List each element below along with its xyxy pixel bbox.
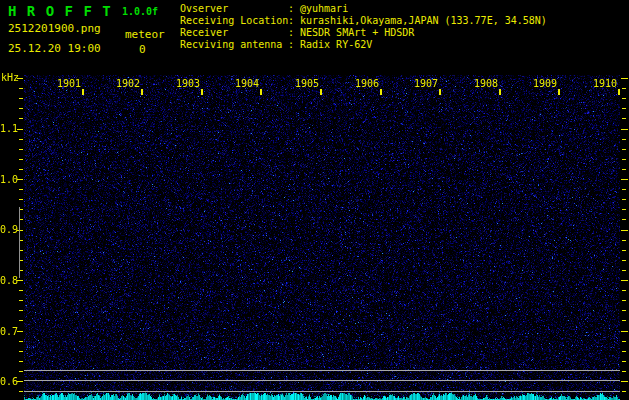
time-label: 1904 bbox=[234, 78, 260, 89]
freq-tick-left-minor bbox=[19, 139, 23, 140]
time-tick bbox=[201, 89, 203, 95]
freq-tick-left-minor bbox=[19, 88, 23, 89]
time-tick bbox=[558, 89, 560, 95]
freq-tick-right-minor bbox=[622, 361, 626, 362]
freq-tick-right-minor bbox=[622, 139, 626, 140]
freq-tick-left-minor bbox=[19, 199, 23, 200]
freq-tick-left-minor bbox=[19, 341, 23, 342]
freq-tick-left-minor bbox=[19, 300, 23, 301]
time-label: 1902 bbox=[115, 78, 141, 89]
meta-colon: : bbox=[288, 3, 296, 15]
freq-tick-label: 0.9 bbox=[0, 224, 17, 235]
time-tick bbox=[82, 89, 84, 95]
meta-label: Receiver bbox=[180, 27, 288, 39]
freq-tick-right-minor bbox=[622, 320, 626, 321]
freq-tick-right-major bbox=[621, 179, 628, 180]
freq-tick-left-minor bbox=[19, 98, 23, 99]
freq-tick-right-minor bbox=[622, 260, 626, 261]
time-label: 1903 bbox=[175, 78, 201, 89]
time-label: 1906 bbox=[354, 78, 380, 89]
meta-value: kurashiki,Okayama,JAPAN (133.77E, 34.58N… bbox=[300, 15, 547, 26]
freq-tick-right-minor bbox=[622, 98, 626, 99]
meta-colon: : bbox=[288, 27, 296, 39]
freq-tick-left-minor bbox=[19, 371, 23, 372]
freq-tick-left-minor bbox=[19, 351, 23, 352]
freq-tick-right-minor bbox=[622, 88, 626, 89]
freq-tick-right-minor bbox=[622, 159, 626, 160]
freq-tick-left-minor bbox=[19, 310, 23, 311]
app-version: 1.0.0f bbox=[122, 6, 158, 17]
meta-label: Recviving antenna bbox=[180, 39, 288, 51]
time-label: 1909 bbox=[532, 78, 558, 89]
freq-axis-unit: kHz bbox=[1, 72, 19, 83]
meta-row: Receiving Location:kurashiki,Okayama,JAP… bbox=[180, 15, 547, 27]
freq-tick-label: 0.6 bbox=[0, 376, 17, 387]
carrier-line bbox=[24, 370, 620, 371]
freq-tick-right-minor bbox=[622, 371, 626, 372]
freq-tick-right-major bbox=[621, 230, 628, 231]
freq-tick-right-minor bbox=[622, 219, 626, 220]
meta-colon: : bbox=[288, 39, 296, 51]
freq-tick-right-minor bbox=[622, 391, 626, 392]
hrofft-screen: H R O F F T 1.0.0f 2512201900.png meteor… bbox=[0, 0, 629, 400]
time-label: 1910 bbox=[592, 78, 618, 89]
freq-tick-right-minor bbox=[622, 240, 626, 241]
freq-tick-left-minor bbox=[19, 159, 23, 160]
carrier-line bbox=[24, 391, 620, 392]
freq-tick-right-minor bbox=[622, 199, 626, 200]
freq-tick-label: 1.1 bbox=[0, 123, 17, 134]
time-label: 1905 bbox=[294, 78, 320, 89]
meta-value: @yuhmari bbox=[300, 3, 348, 14]
meteor-label: meteor bbox=[125, 28, 165, 41]
freq-tick-right-minor bbox=[622, 300, 626, 301]
freq-tick-label: 0.8 bbox=[0, 275, 17, 286]
time-tick bbox=[439, 89, 441, 95]
freq-tick-label: 1.0 bbox=[0, 174, 17, 185]
meta-label: Ovserver bbox=[180, 3, 288, 15]
freq-tick-left-minor bbox=[19, 361, 23, 362]
freq-tick-right-minor bbox=[622, 118, 626, 119]
meta-value: NESDR SMArt + HDSDR bbox=[300, 27, 414, 38]
time-tick bbox=[141, 89, 143, 95]
filename-label: 2512201900.png bbox=[8, 22, 101, 35]
datetime-label: 25.12.20 19:00 bbox=[8, 42, 101, 55]
freq-tick-left-minor bbox=[19, 391, 23, 392]
app-title: H R O F F T bbox=[8, 3, 112, 19]
time-tick bbox=[380, 89, 382, 95]
carrier-line bbox=[24, 380, 620, 381]
meta-row: Recviving antenna:Radix RY-62V bbox=[180, 39, 547, 51]
meteor-count: 0 bbox=[139, 43, 146, 56]
calibration-bar bbox=[19, 207, 20, 278]
freq-tick-right-minor bbox=[622, 209, 626, 210]
freq-tick-right-minor bbox=[622, 290, 626, 291]
time-label: 1907 bbox=[413, 78, 439, 89]
freq-tick-right-major bbox=[621, 129, 628, 130]
freq-tick-left-minor bbox=[19, 189, 23, 190]
freq-tick-left-minor bbox=[19, 290, 23, 291]
freq-tick-right-minor bbox=[622, 149, 626, 150]
freq-tick-right-minor bbox=[622, 169, 626, 170]
freq-tick-right-minor bbox=[622, 270, 626, 271]
meta-value: Radix RY-62V bbox=[300, 39, 372, 50]
freq-tick-left-minor bbox=[19, 169, 23, 170]
freq-tick-right-major bbox=[621, 331, 628, 332]
time-tick bbox=[320, 89, 322, 95]
freq-tick-left-minor bbox=[19, 118, 23, 119]
freq-tick-left-minor bbox=[19, 108, 23, 109]
time-tick bbox=[499, 89, 501, 95]
meta-colon: : bbox=[288, 15, 296, 27]
freq-tick-right-minor bbox=[622, 250, 626, 251]
freq-tick-label: 0.7 bbox=[0, 326, 17, 337]
freq-tick-right-minor bbox=[622, 310, 626, 311]
freq-tick-right-major bbox=[621, 78, 628, 79]
meta-label: Receiving Location bbox=[180, 15, 288, 27]
meta-row: Ovserver:@yuhmari bbox=[180, 3, 547, 15]
freq-tick-right-minor bbox=[622, 351, 626, 352]
time-label: 1908 bbox=[473, 78, 499, 89]
time-label: 1901 bbox=[56, 78, 82, 89]
freq-tick-left-minor bbox=[19, 320, 23, 321]
freq-tick-right-minor bbox=[622, 108, 626, 109]
freq-tick-right-major bbox=[621, 280, 628, 281]
meta-row: Receiver:NESDR SMArt + HDSDR bbox=[180, 27, 547, 39]
time-tick bbox=[260, 89, 262, 95]
